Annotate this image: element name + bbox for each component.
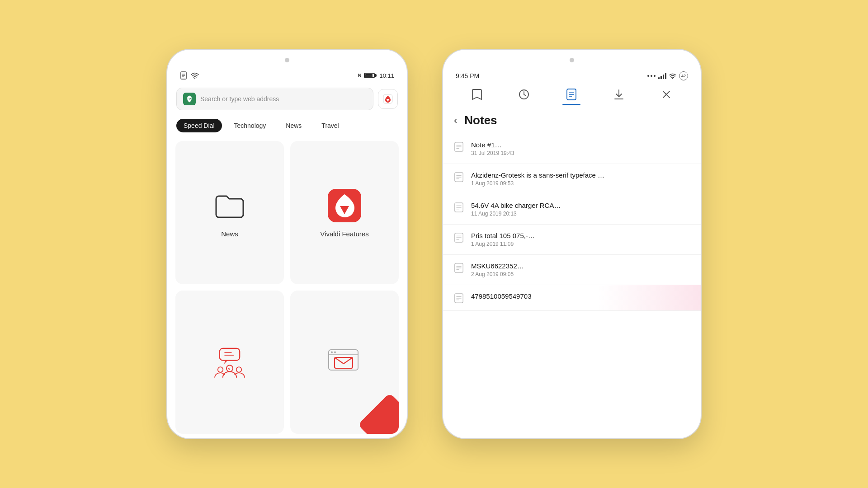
note-title: 54.6V 4A bike charger RCA… [471, 202, 690, 209]
svg-rect-15 [329, 350, 358, 370]
search-bar[interactable]: Search or type web address [176, 88, 373, 110]
note-date: 11 Aug 2019 20:13 [471, 211, 690, 217]
note-item[interactable]: MSKU6622352… 2 Aug 2019 09:05 [443, 255, 701, 285]
mail-svg [326, 347, 363, 377]
note-item[interactable]: Note #1… 31 Jul 2019 19:43 [443, 134, 701, 164]
svg-point-20 [672, 78, 673, 79]
three-dots-icon [647, 75, 656, 77]
speed-dial-item-vivaldi[interactable]: Vivaldi Features [290, 141, 399, 284]
history-tab-icon[interactable] [519, 89, 529, 104]
notes-header: ‹ Notes [443, 105, 701, 134]
search-placeholder-text: Search or type web address [200, 95, 367, 103]
tab-travel[interactable]: Travel [314, 118, 346, 133]
downloads-tab-icon[interactable] [613, 89, 624, 105]
note-icon [454, 172, 464, 182]
svg-point-18 [334, 352, 336, 353]
community-svg: V [212, 344, 248, 380]
note-content: Pris total 105 075,-… 1 Aug 2019 11:09 [471, 232, 690, 247]
left-status-bar: N 10:11 [167, 50, 407, 83]
search-engine-icon [183, 93, 196, 105]
document-icon [180, 71, 187, 80]
note-content: MSKU6622352… 2 Aug 2019 09:05 [471, 262, 690, 277]
wifi-icon-right [669, 73, 676, 79]
search-bar-container: Search or type web address [167, 83, 407, 115]
vivaldi-features-icon [326, 188, 363, 224]
svg-text:V: V [228, 367, 230, 371]
note-icon [454, 202, 464, 212]
note-item[interactable]: Akzidenz-Grotesk is a sans-serif typefac… [443, 164, 701, 194]
time-display-right: 9:45 PM [456, 72, 479, 80]
note-title: MSKU6622352… [471, 262, 690, 270]
svg-point-4 [194, 78, 195, 79]
note-item-last[interactable]: 4798510059549703 [443, 285, 701, 311]
time-display: 10:11 [379, 72, 394, 79]
note-title: Pris total 105 075,-… [471, 232, 690, 239]
community-icon: V [212, 344, 248, 380]
speed-dial-item-news[interactable]: News [175, 141, 284, 284]
left-screen-content: N 10:11 [167, 50, 407, 438]
note-icon [454, 293, 464, 303]
battery-level-circle: 42 [679, 71, 688, 80]
vivaldi-logo-svg [328, 189, 361, 222]
bookmark-svg [472, 89, 482, 100]
note-icon [454, 142, 464, 152]
red-corner-decoration [358, 393, 399, 434]
clock-svg [519, 89, 529, 100]
note-title: Note #1… [471, 141, 690, 149]
right-screen-content: 9:45 PM [443, 50, 701, 438]
note-title: 4798510059549703 [471, 292, 690, 300]
back-button[interactable]: ‹ [454, 115, 457, 127]
mail-icon [326, 344, 363, 380]
note-icon [454, 263, 464, 273]
note-icon [454, 233, 464, 243]
note-content: Akzidenz-Grotesk is a sans-serif typefac… [471, 171, 690, 187]
notes-tab-icon[interactable] [566, 89, 577, 105]
phones-container: N 10:11 [0, 0, 868, 488]
left-phone-screen: N 10:11 [167, 50, 407, 438]
download-svg [613, 89, 624, 100]
close-svg [661, 89, 672, 100]
status-icons-left [180, 71, 199, 80]
vivaldi-features-label: Vivaldi Features [320, 230, 368, 238]
status-icons-right: N 10:11 [358, 72, 395, 79]
speed-dial-item-mail[interactable] [290, 291, 399, 434]
tab-technology[interactable]: Technology [226, 118, 274, 133]
notes-list: Note #1… 31 Jul 2019 19:43 [443, 134, 701, 438]
signal-icon [658, 73, 666, 79]
tab-news[interactable]: News [278, 118, 309, 133]
svg-point-17 [331, 352, 333, 353]
note-title: Akzidenz-Grotesk is a sans-serif typefac… [471, 171, 690, 179]
svg-rect-7 [220, 348, 240, 360]
news-label: News [221, 230, 238, 238]
note-content: Note #1… 31 Jul 2019 19:43 [471, 141, 690, 156]
brave-logo [185, 95, 193, 103]
speed-dial-grid: News Vivaldi Features [167, 136, 407, 438]
vivaldi-tab-button[interactable] [378, 89, 398, 109]
phone-right: 9:45 PM [443, 50, 701, 438]
note-date: 2 Aug 2019 09:05 [471, 271, 690, 277]
svg-point-13 [236, 367, 242, 372]
note-item[interactable]: Pris total 105 075,-… 1 Aug 2019 11:09 [443, 225, 701, 255]
note-date: 31 Jul 2019 19:43 [471, 150, 690, 156]
right-status-icons: 42 [647, 71, 688, 80]
tab-pills-bar: Speed Dial Technology News Travel [167, 115, 407, 136]
note-item[interactable]: 54.6V 4A bike charger RCA… 11 Aug 2019 2… [443, 194, 701, 225]
wifi-status-icon [191, 72, 199, 79]
phone-left: N 10:11 [167, 50, 407, 438]
camera-dot [285, 58, 289, 62]
notes-title: Notes [464, 113, 497, 127]
nfc-icon: N [358, 73, 362, 78]
bookmark-tab-icon[interactable] [472, 89, 482, 105]
svg-point-12 [218, 367, 223, 372]
vivaldi-tab-icon [382, 93, 394, 105]
note-content: 4798510059549703 [471, 292, 690, 301]
battery-icon [364, 73, 377, 78]
svg-marker-10 [224, 360, 228, 364]
speed-dial-item-community[interactable]: V [175, 291, 284, 434]
close-tab-button[interactable] [661, 89, 672, 104]
right-phone-screen: 9:45 PM [443, 50, 701, 438]
notes-svg [566, 89, 577, 100]
right-status-bar: 9:45 PM [443, 50, 701, 85]
note-content: 54.6V 4A bike charger RCA… 11 Aug 2019 2… [471, 202, 690, 217]
tab-speed-dial[interactable]: Speed Dial [176, 119, 222, 132]
